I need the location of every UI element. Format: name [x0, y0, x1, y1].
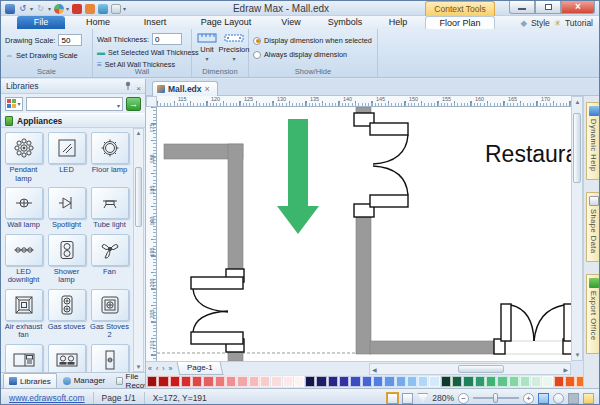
double-door-right[interactable] [354, 113, 408, 217]
color-swatch-13[interactable] [294, 376, 304, 387]
appliances-section-header[interactable]: Appliances [1, 113, 145, 128]
always-display-dimension-radio[interactable]: Always display dimension [253, 50, 347, 59]
color-swatch-19[interactable] [362, 376, 372, 387]
color-swatch-30[interactable] [486, 376, 496, 387]
color-swatch-12[interactable] [283, 376, 293, 387]
close-button[interactable]: × [561, 1, 595, 14]
library-item-air-exhaust-fan[interactable]: Air exhaust fan [2, 285, 45, 340]
zoom-slider-thumb[interactable] [493, 393, 498, 403]
first-page-button[interactable]: « [146, 365, 154, 372]
color-swatch-36[interactable] [554, 376, 564, 387]
color-swatch-26[interactable] [441, 376, 451, 387]
color-swatch-7[interactable] [226, 376, 236, 387]
library-item-gas-stoves[interactable]: Gas stoves [45, 285, 88, 340]
color-swatch-5[interactable] [203, 376, 213, 387]
vertical-scrollbar-thumb[interactable] [573, 113, 581, 183]
precision-button[interactable]: Precision ▾ [221, 32, 247, 68]
color-swatch-1[interactable] [158, 376, 168, 387]
save-icon[interactable] [4, 3, 15, 14]
library-item-pendant-lamp[interactable]: Pendant lamp [2, 128, 45, 183]
tutorial-button[interactable]: Tutorial [565, 18, 593, 28]
print-preview-icon[interactable] [110, 3, 121, 14]
color-swatch-29[interactable] [475, 376, 485, 387]
style-button[interactable]: Style [531, 18, 550, 28]
page-tab[interactable]: Page-1 [176, 362, 223, 375]
library-item-led[interactable]: LED [45, 128, 88, 183]
horizontal-scrollbar[interactable]: ◀ ▶ [369, 363, 571, 375]
bottom-tab-file-recovery[interactable]: File Recovery [111, 373, 146, 388]
double-door-left[interactable] [191, 269, 244, 352]
export-image-icon[interactable] [97, 3, 108, 14]
dynamic-help-tab[interactable]: Dynamic Help [586, 102, 600, 180]
color-swatch-9[interactable] [249, 376, 259, 387]
zoom-in-button[interactable]: + [523, 393, 534, 404]
zoom-slider[interactable] [473, 397, 519, 399]
tab-page-layout[interactable]: Page Layout [187, 16, 265, 29]
filter-view-icon[interactable] [417, 393, 428, 404]
library-item-gas-stoves-2[interactable]: Gas Stoves 2 [88, 285, 131, 340]
library-item-wall-lamp[interactable]: Wall lamp [2, 183, 45, 230]
color-swatch-32[interactable] [509, 376, 519, 387]
fit-page-icon[interactable] [538, 393, 549, 404]
library-item-led-downlight[interactable]: LED downlight [2, 230, 45, 285]
document-tab[interactable]: Mall.edx × [152, 81, 218, 96]
horizontal-scrollbar-thumb[interactable] [458, 365, 504, 373]
tab-symbols[interactable]: Symbols [317, 16, 373, 29]
color-swatch-25[interactable] [429, 376, 439, 387]
undo-icon[interactable]: ↺ [17, 3, 28, 14]
wall-right-lower[interactable] [356, 213, 371, 354]
library-menu-button[interactable]: ▾ [5, 97, 23, 111]
color-swatch-3[interactable] [181, 376, 191, 387]
color-swatch-31[interactable] [497, 376, 507, 387]
canvas-scroll-up-icon[interactable]: ▲ [573, 99, 582, 105]
pin-icon[interactable] [124, 81, 132, 90]
restaurant-label[interactable]: Restaura [485, 141, 571, 167]
unit-button[interactable]: Unit ▾ [194, 32, 220, 68]
minimize-button[interactable] [509, 1, 535, 14]
split-view-icon[interactable] [402, 393, 413, 404]
color-swatch-27[interactable] [452, 376, 462, 387]
green-arrow-shape[interactable] [277, 119, 319, 234]
color-swatch-16[interactable] [328, 376, 338, 387]
tab-insert[interactable]: Insert [129, 16, 181, 29]
edrawsoft-link[interactable]: www.edrawsoft.com [9, 393, 85, 403]
color-swatch-2[interactable] [170, 376, 180, 387]
library-item-tube-light[interactable]: Tube light [88, 183, 131, 230]
wall-thickness-input[interactable] [152, 33, 182, 45]
library-scrollbar-thumb[interactable] [135, 167, 142, 227]
shape-tool-icon[interactable] [53, 3, 64, 14]
bottom-tab-manager[interactable]: Manager [58, 373, 111, 388]
fullscreen-icon[interactable] [583, 393, 594, 404]
color-swatch-18[interactable] [350, 376, 360, 387]
bottom-tab-libraries[interactable]: Libraries [3, 373, 57, 388]
maximize-button[interactable] [535, 1, 561, 14]
canvas-scroll-left-icon[interactable]: ◀ [372, 366, 377, 373]
color-swatch-15[interactable] [316, 376, 326, 387]
color-swatch-21[interactable] [384, 376, 394, 387]
redo-icon[interactable]: ↻ [35, 3, 46, 14]
canvas-scroll-down-icon[interactable]: ▼ [573, 352, 582, 358]
library-search-input[interactable]: ▾ [26, 97, 123, 111]
set-drawing-scale-button[interactable]: ⇔ Set Drawing Scale [5, 51, 78, 60]
export-pdf-icon[interactable] [71, 3, 82, 14]
library-item-floor-lamp[interactable]: Floor lamp [88, 128, 131, 183]
color-swatch-34[interactable] [531, 376, 541, 387]
color-swatch-0[interactable] [147, 376, 157, 387]
zoom-select-icon[interactable] [553, 393, 564, 404]
color-swatch-8[interactable] [237, 376, 247, 387]
library-item-shower-lamp[interactable]: Shower lamp [45, 230, 88, 285]
normal-view-icon[interactable] [387, 393, 398, 404]
color-swatch-37[interactable] [565, 376, 575, 387]
scroll-down-icon[interactable]: ▼ [134, 364, 143, 370]
color-swatch-14[interactable] [305, 376, 315, 387]
scroll-up-icon[interactable]: ▲ [134, 130, 143, 136]
library-item-fan[interactable]: Fan [88, 230, 131, 285]
set-selected-wall-thickness-button[interactable]: ▬ Set Selected Wall Thickness [97, 48, 199, 57]
export-office-tab[interactable]: Export Office [586, 274, 600, 354]
walls[interactable] [164, 107, 494, 361]
tab-home[interactable]: Home [73, 16, 123, 29]
color-swatch-24[interactable] [418, 376, 428, 387]
color-swatch-28[interactable] [463, 376, 473, 387]
tab-view[interactable]: View [271, 16, 311, 29]
library-search-field[interactable] [27, 98, 97, 110]
